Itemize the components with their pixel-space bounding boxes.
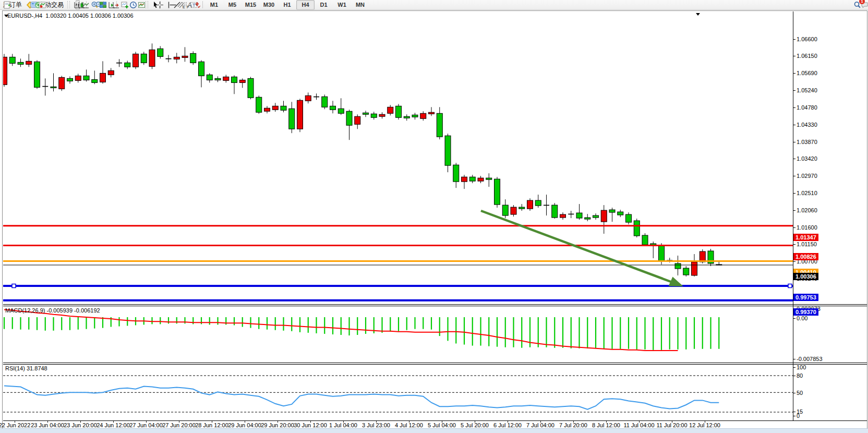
candle xyxy=(429,107,435,116)
candle xyxy=(174,53,179,63)
candle xyxy=(346,110,352,140)
candle xyxy=(371,112,377,119)
panel-splitter[interactable] xyxy=(3,363,867,363)
search-button[interactable] xyxy=(851,0,855,10)
timeframe-button-m1[interactable]: M1 xyxy=(205,0,223,10)
candle xyxy=(83,69,89,81)
timeframe-button-m15[interactable]: M15 xyxy=(242,0,260,10)
price-tick-label: 1.02510 xyxy=(797,190,817,196)
candle xyxy=(330,101,336,113)
candle xyxy=(469,175,475,183)
candle xyxy=(125,61,130,69)
timeframe-button-d1[interactable]: D1 xyxy=(315,0,333,10)
price-tick-label: 1.02060 xyxy=(797,207,817,213)
candle xyxy=(495,177,500,208)
candle xyxy=(248,77,254,99)
timeframe-button-w1[interactable]: W1 xyxy=(333,0,351,10)
price-tick xyxy=(793,244,795,245)
candle xyxy=(67,76,73,83)
candle xyxy=(568,211,574,218)
time-tick-label: 5 Jul 04:00 xyxy=(428,422,456,428)
hline-price-label: 0.99753 xyxy=(793,294,818,301)
line-handle[interactable] xyxy=(12,284,16,287)
tile-windows-icon xyxy=(99,1,107,9)
candle xyxy=(535,195,541,208)
candle xyxy=(42,78,48,95)
candle xyxy=(642,233,648,246)
macd-plot[interactable] xyxy=(3,306,793,363)
new-order-icon xyxy=(3,1,11,9)
timeframe-button-h1[interactable]: H1 xyxy=(278,0,296,10)
candle xyxy=(199,60,204,87)
price-tick xyxy=(793,210,795,211)
candle xyxy=(683,266,689,276)
rsi-scale-label: 0 xyxy=(797,413,800,419)
price-tick xyxy=(793,176,795,176)
candle xyxy=(133,52,139,69)
new-order-button[interactable]: 新订单 xyxy=(1,0,24,10)
notifications-button[interactable]: 1 xyxy=(859,0,863,10)
main-toolbar: 新订单 自动交易 xyxy=(0,0,868,10)
candle xyxy=(166,55,172,62)
time-tick-label: 3 Jul 23:00 xyxy=(362,422,390,428)
candle xyxy=(305,92,311,103)
rsi-plot[interactable] xyxy=(3,364,793,420)
panel-splitter[interactable] xyxy=(3,304,867,305)
time-tick-label: 23 Jun 04:00 xyxy=(31,422,64,428)
price-tick-label: 1.06600 xyxy=(797,36,817,42)
time-tick-label: 1 Jul 04:00 xyxy=(329,422,357,428)
time-tick-label: 28 Jun 12:00 xyxy=(195,422,228,428)
time-tick-label: 23 Jun 20:00 xyxy=(64,422,97,428)
time-tick-label: 29 Jun 04:00 xyxy=(228,422,261,428)
candle xyxy=(158,46,163,58)
timeframe-button-h4[interactable]: H4 xyxy=(296,0,315,10)
indicators-button[interactable] xyxy=(119,0,127,10)
time-tick-label: 12 Jul 12:00 xyxy=(689,422,720,428)
price-tick xyxy=(793,261,795,262)
macd-tick xyxy=(793,359,795,359)
candle xyxy=(215,76,221,82)
candle xyxy=(190,51,196,65)
clock-icon xyxy=(129,1,137,9)
candle xyxy=(207,73,212,82)
time-axis[interactable]: 22 Jun 202223 Jun 04:0023 Jun 20:0024 Ju… xyxy=(0,420,793,428)
price-tick xyxy=(793,142,795,142)
candle xyxy=(314,93,319,100)
rsi-tick xyxy=(793,376,795,376)
timeframe-button-m30[interactable]: M30 xyxy=(260,0,278,10)
autotrading-button[interactable]: 自动交易 xyxy=(37,0,66,10)
candlestick-plot[interactable] xyxy=(3,11,793,304)
toolbar-separator xyxy=(202,1,203,8)
hline-price-label: 1.01347 xyxy=(793,234,818,241)
price-tick-label: 1.03870 xyxy=(797,139,817,145)
line-handle[interactable] xyxy=(788,284,792,287)
candle xyxy=(437,107,442,139)
bar-chart-button[interactable] xyxy=(71,0,76,10)
cursor-tool-button[interactable] xyxy=(150,0,154,10)
rsi-scale-label: 80 xyxy=(797,372,803,379)
price-tick-label: 1.06150 xyxy=(797,53,817,59)
candle xyxy=(601,205,607,234)
candle xyxy=(363,111,369,117)
autotrading-icon xyxy=(39,1,46,9)
metaeditor-button[interactable] xyxy=(24,0,28,10)
price-tick xyxy=(793,125,795,125)
macd-scale-label: 0.00 xyxy=(797,315,807,321)
timeframe-button-mn[interactable]: MN xyxy=(351,0,369,10)
price-tick xyxy=(793,107,795,108)
candle xyxy=(618,210,623,217)
status-bar xyxy=(0,428,868,433)
candle xyxy=(396,104,402,119)
arrows-icon xyxy=(194,1,202,9)
candle xyxy=(281,101,286,112)
candle xyxy=(264,106,270,113)
candle xyxy=(650,242,656,258)
candle xyxy=(182,47,188,62)
candle xyxy=(527,198,533,211)
candle xyxy=(34,60,40,89)
timeframe-button-m5[interactable]: M5 xyxy=(223,0,242,10)
time-tick-label: 24 Jun 12:00 xyxy=(97,422,130,428)
time-tick-label: 6 Jul 12:00 xyxy=(493,422,522,428)
indicators-add-icon xyxy=(121,1,129,9)
candle xyxy=(100,61,106,83)
